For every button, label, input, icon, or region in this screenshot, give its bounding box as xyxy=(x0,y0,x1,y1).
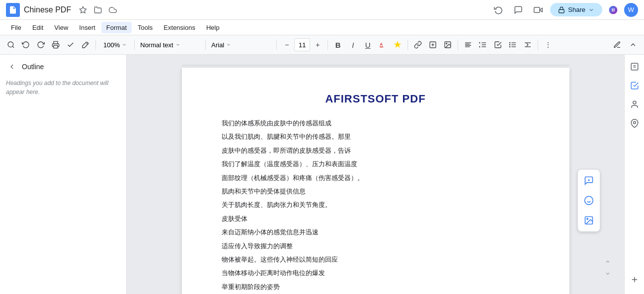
increase-font-btn[interactable]: + xyxy=(311,38,324,52)
para-6: 肌肉和关节中的受体提供信息 xyxy=(222,186,530,197)
main-area: Outline Headings you add to the document… xyxy=(0,55,644,294)
avatar[interactable]: W xyxy=(624,3,638,17)
sidebar-back-btn[interactable] xyxy=(6,61,18,73)
svg-rect-3 xyxy=(559,9,564,12)
title-icons xyxy=(77,4,119,16)
menu-edit[interactable]: Edit xyxy=(27,22,48,33)
comment-icon[interactable] xyxy=(510,2,526,18)
font-color-btn[interactable]: A xyxy=(376,38,390,52)
edit-mode-btn[interactable] xyxy=(610,38,624,52)
print-btn[interactable] xyxy=(49,38,63,52)
svg-point-27 xyxy=(510,46,510,47)
toolbar-right xyxy=(610,38,640,52)
para-12: 当物体移动小距离时动作电位的爆发 xyxy=(222,267,530,279)
video-icon[interactable] xyxy=(530,2,546,18)
link-btn[interactable] xyxy=(411,38,425,52)
doc-title: Chinese PDF xyxy=(24,5,71,14)
star-icon[interactable] xyxy=(77,4,89,16)
page-content[interactable]: 我们的体感系统由皮肤中的传感器组成 以及我们肌肉、肌腱和关节中的传感器。那里 皮… xyxy=(222,117,530,294)
para-11: 物体被举起。这些传入神经以简短的回应 xyxy=(222,254,530,265)
page-down-btn[interactable] xyxy=(602,268,613,279)
divider-4 xyxy=(276,40,277,50)
menu-view[interactable]: View xyxy=(49,22,73,33)
divider-3 xyxy=(205,40,206,50)
divider-5 xyxy=(327,40,328,50)
redo-btn[interactable] xyxy=(34,38,48,52)
highlight-btn[interactable] xyxy=(391,38,404,52)
decrease-font-btn[interactable]: − xyxy=(280,38,294,52)
svg-line-7 xyxy=(86,43,87,44)
doc-area[interactable]: | 1 2 3 4 5 6 7 AFIRSTSOFT PDF 我们的体感系统由皮… xyxy=(127,55,624,294)
toolbar: 100% Normal text Arial − + B I U A xyxy=(0,35,644,55)
insert-link-btn[interactable] xyxy=(426,38,440,52)
undo-btn[interactable] xyxy=(19,38,33,52)
para-7: 关于肌肉长度、肌肉张力和关节角度。 xyxy=(222,199,530,210)
menu-format[interactable]: Format xyxy=(101,22,132,33)
insert-image-btn[interactable] xyxy=(441,38,455,52)
svg-rect-2 xyxy=(534,7,540,12)
svg-point-32 xyxy=(585,196,593,205)
folder-icon[interactable] xyxy=(92,4,104,16)
gemini-icon[interactable] xyxy=(606,3,620,17)
font-size-input[interactable] xyxy=(294,38,310,51)
page-title: AFIRSTSOFT PDF xyxy=(222,93,530,105)
paint-format-btn[interactable] xyxy=(79,38,92,52)
divider-6 xyxy=(407,40,408,50)
cloud-icon[interactable] xyxy=(107,4,119,16)
collapse-btn[interactable] xyxy=(626,38,640,52)
checklist-btn[interactable] xyxy=(491,38,505,52)
add-comment-btn[interactable] xyxy=(580,172,598,190)
para-5: 面部纹理（机械感受器）和疼痛（伤害感受器）。 xyxy=(222,172,530,184)
page-nav xyxy=(602,256,613,279)
maps-panel-btn[interactable] xyxy=(627,115,643,131)
history-icon[interactable] xyxy=(490,2,506,18)
para-4: 我们了解温度（温度感受器）、压力和表面温度 xyxy=(222,158,530,170)
font-select[interactable]: Arial xyxy=(209,38,273,52)
float-actions xyxy=(577,169,600,232)
page: AFIRSTSOFT PDF 我们的体感系统由皮肤中的传感器组成 以及我们肌肉、… xyxy=(182,68,569,294)
divider-8 xyxy=(538,40,538,50)
title-right: Share W xyxy=(490,2,638,18)
add-image-btn[interactable] xyxy=(580,211,598,229)
svg-marker-0 xyxy=(80,6,86,13)
app-icon xyxy=(6,3,20,17)
align-btn[interactable] xyxy=(461,38,475,52)
divider-7 xyxy=(458,40,458,50)
contacts-panel-btn[interactable] xyxy=(627,97,643,112)
svg-point-36 xyxy=(587,218,588,220)
more-options-btn[interactable]: ⋮ xyxy=(541,38,555,52)
menu-tools[interactable]: Tools xyxy=(133,22,158,33)
share-button[interactable]: Share xyxy=(550,3,602,16)
sidebar-hint: Headings you add to the document will ap… xyxy=(6,79,120,97)
svg-point-4 xyxy=(8,42,13,47)
bullet-list-btn[interactable] xyxy=(506,38,520,52)
title-bar: Chinese PDF Share xyxy=(0,0,644,20)
line-spacing-btn[interactable] xyxy=(476,38,490,52)
spellcheck-btn[interactable] xyxy=(64,38,78,52)
divider-2 xyxy=(134,40,135,50)
underline-btn[interactable]: U xyxy=(361,38,375,52)
sidebar: Outline Headings you add to the document… xyxy=(0,55,127,294)
notes-panel-btn[interactable] xyxy=(627,59,643,75)
search-toolbar-btn[interactable] xyxy=(4,38,18,52)
svg-marker-1 xyxy=(540,8,542,12)
italic-btn[interactable]: I xyxy=(346,38,360,52)
svg-point-40 xyxy=(633,101,636,104)
menu-insert[interactable]: Insert xyxy=(74,22,100,33)
ruler: | 1 2 3 4 5 6 7 xyxy=(182,65,569,66)
bold-btn[interactable]: B xyxy=(331,38,345,52)
add-panel-btn[interactable] xyxy=(630,275,639,290)
indent-btn[interactable] xyxy=(521,38,535,52)
para-1: 我们的体感系统由皮肤中的传感器组成 xyxy=(222,117,530,129)
svg-text:A: A xyxy=(380,42,383,47)
add-emoji-btn[interactable] xyxy=(580,192,598,209)
menu-file[interactable]: File xyxy=(6,22,26,33)
svg-point-14 xyxy=(446,43,447,44)
style-select[interactable]: Normal text xyxy=(138,38,202,52)
font-size-area: − + xyxy=(280,38,324,52)
zoom-select[interactable]: 100% xyxy=(99,38,131,52)
page-up-btn[interactable] xyxy=(602,256,613,267)
menu-extensions[interactable]: Extensions xyxy=(159,22,200,33)
tasks-panel-btn[interactable] xyxy=(627,78,643,94)
menu-help[interactable]: Help xyxy=(201,22,225,33)
